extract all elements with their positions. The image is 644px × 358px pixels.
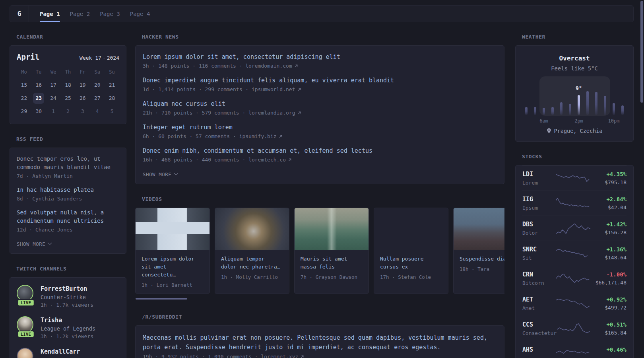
hackernews-item-title[interactable]: Donec imperdiet augue tincidunt felis al… (143, 76, 497, 85)
weather-temp-label: 9° (576, 85, 582, 91)
stock-row[interactable]: LDI Lorem +4.35% $795.18 (522, 165, 627, 191)
video-card[interactable]: Aliquam tempor dolor nec pharetra… 1h · … (215, 208, 289, 294)
stock-row[interactable]: CRN Bitcorn -1.00% $66,171.48 (522, 266, 627, 291)
page-vertical-scrollbar[interactable] (640, 1, 643, 103)
calendar-day[interactable]: 25 (62, 93, 74, 104)
video-meta: 1h · Lori Barnett (142, 282, 204, 288)
nav-tabs: Page 1Page 2Page 3Page 4 (40, 6, 150, 22)
calendar-day[interactable]: 1 (48, 106, 59, 117)
stock-symbol: AET (522, 296, 555, 303)
stock-row[interactable]: AET Amet +0.92% $499.72 (522, 291, 627, 316)
calendar-weekday: Fr (75, 69, 90, 75)
calendar-day[interactable]: 15 (18, 80, 29, 91)
video-title[interactable]: Mauris sit amet massa felis (301, 255, 363, 271)
stock-change: +1.42% (592, 221, 627, 228)
calendar-day[interactable]: 5 (107, 106, 118, 117)
subreddit-post-title[interactable]: Maecenas mollis pulvinar erat non posuer… (143, 333, 497, 352)
twitch-card: LIVE ForrestBurton Counter-Strike 1h · 1… (10, 277, 126, 358)
calendar-day[interactable]: 21 (107, 80, 118, 91)
video-card[interactable]: Suspendisse diam 18h · Tara (453, 208, 504, 294)
stock-row[interactable]: DBS Dolor +1.42% $156.28 (522, 216, 627, 241)
rss-item-title[interactable]: Sed volutpat nulla nisl, a condimentum n… (17, 208, 119, 225)
calendar-weekday: Tu (31, 69, 46, 75)
stock-symbol: CRN (522, 271, 555, 278)
stocks-section: STOCKS LDI Lorem (515, 154, 634, 358)
weather-time-label: 10pm (608, 118, 620, 124)
calendar-day[interactable]: 18 (62, 80, 74, 91)
calendar-day[interactable]: 28 (107, 93, 118, 104)
stock-sparkline (555, 297, 592, 310)
video-thumbnail (215, 208, 289, 250)
nav-tab[interactable]: Page 4 (130, 6, 150, 22)
hackernews-item-meta: 3h · 148 points · 116 comments · loremdo… (143, 62, 497, 70)
stock-change: -1.00% (592, 271, 627, 278)
stock-row[interactable]: IIG Ipsum +2.84% $42.04 (522, 191, 627, 216)
rss-header: RSS FEED (16, 136, 126, 142)
calendar-day[interactable]: 20 (92, 80, 103, 91)
week-separator: · (101, 55, 107, 61)
nav-tab[interactable]: Page 1 (40, 6, 60, 22)
video-card[interactable]: Mauris sit amet massa felis 7h · Grayson… (294, 208, 369, 294)
stock-row[interactable]: SNRC Sit +1.36% $148.64 (522, 241, 627, 266)
stock-row[interactable]: AHS +0.46% (522, 341, 627, 358)
calendar-day[interactable]: 2 (62, 106, 74, 117)
nav-tab[interactable]: Page 2 (70, 6, 90, 22)
video-card[interactable]: Nullam posuere cursus ex 17h · Stefan Co… (374, 208, 448, 294)
calendar-day[interactable]: 30 (33, 106, 44, 117)
video-title[interactable]: Lorem ipsum dolor sit amet consectetu… (142, 255, 204, 279)
stock-change: +2.84% (592, 196, 627, 202)
calendar-weekday: Su (105, 69, 119, 75)
stock-symbol: SNRC (522, 246, 555, 253)
weather-bar-slot (586, 81, 589, 115)
calendar-day[interactable]: 26 (77, 93, 88, 104)
twitch-channel-info: KendallCarr (41, 348, 80, 358)
video-title[interactable]: Nullam posuere cursus ex (380, 255, 442, 271)
twitch-channel-row[interactable]: KendallCarr (17, 348, 119, 358)
video-card[interactable]: Lorem ipsum dolor sit amet consectetu… 1… (135, 208, 210, 294)
hackernews-show-more-button[interactable]: SHOW MORE (143, 171, 177, 177)
calendar-day[interactable]: 19 (77, 80, 88, 91)
stock-identity: IIG Ipsum (522, 196, 555, 211)
app-logo[interactable]: G (10, 6, 29, 22)
hackernews-item-title[interactable]: Donec enim nibh, condimentum et accumsan… (143, 146, 497, 155)
stock-price (592, 355, 627, 358)
nav-tab[interactable]: Page 3 (100, 6, 120, 22)
calendar-weekday: Mo (17, 69, 31, 75)
calendar-day[interactable]: 17 (48, 80, 59, 91)
hackernews-item-title[interactable]: Lorem ipsum dolor sit amet, consectetur … (143, 53, 497, 61)
calendar-day[interactable]: 22 (18, 93, 29, 104)
video-title[interactable]: Suspendisse diam (460, 255, 504, 263)
weather-card: Overcast Feels like 5°C (515, 45, 634, 142)
rss-show-more-button[interactable]: SHOW MORE (17, 241, 51, 247)
rss-item: Sed volutpat nulla nisl, a condimentum n… (17, 208, 119, 233)
calendar-day[interactable]: 16 (33, 80, 44, 91)
rss-item-title[interactable]: In hac habitasse platea (17, 186, 119, 194)
twitch-channel-meta: 3h · 1.2k viewers (41, 333, 95, 339)
weather-bar-slot (621, 81, 624, 115)
twitch-channel-row[interactable]: LIVE Trisha League of Legends 3h · 1.2k … (17, 316, 119, 339)
calendar-day[interactable]: 3 (77, 106, 88, 117)
calendar-day[interactable]: 4 (92, 106, 103, 117)
twitch-avatar-wrap (17, 348, 35, 358)
calendar-day[interactable]: 27 (92, 93, 103, 104)
video-title[interactable]: Aliquam tempor dolor nec pharetra… (221, 255, 283, 271)
hackernews-item: Integer eget rutrum lorem 6h · 60 points… (143, 123, 497, 140)
weather-bar-slot (525, 81, 528, 115)
weather-bar (578, 95, 580, 115)
stock-sparkline (555, 272, 592, 285)
stock-row[interactable]: CCS Consectetur +0.51% $165.84 (522, 316, 627, 341)
calendar-day[interactable]: 23 (33, 93, 44, 104)
stock-values: +2.84% $42.04 (592, 196, 627, 210)
stock-name: Amet (522, 305, 555, 311)
rss-item-title[interactable]: Donec tempor eros leo, ut commodo mauris… (17, 155, 119, 171)
hackernews-item-title[interactable]: Aliquam nec cursus elit (143, 99, 497, 108)
calendar-month: April (17, 53, 39, 61)
hackernews-item-title[interactable]: Integer eget rutrum lorem (143, 123, 497, 132)
video-meta: 18h · Tara (460, 266, 504, 272)
calendar-day[interactable]: 24 (48, 93, 59, 104)
videos-horizontal-scrollbar[interactable] (136, 298, 187, 300)
twitch-channel-info: Trisha League of Legends 3h · 1.2k viewe… (41, 316, 95, 339)
sparkline-chart (555, 347, 592, 358)
twitch-channel-row[interactable]: LIVE ForrestBurton Counter-Strike 1h · 1… (17, 285, 119, 308)
calendar-day[interactable]: 29 (18, 106, 29, 117)
